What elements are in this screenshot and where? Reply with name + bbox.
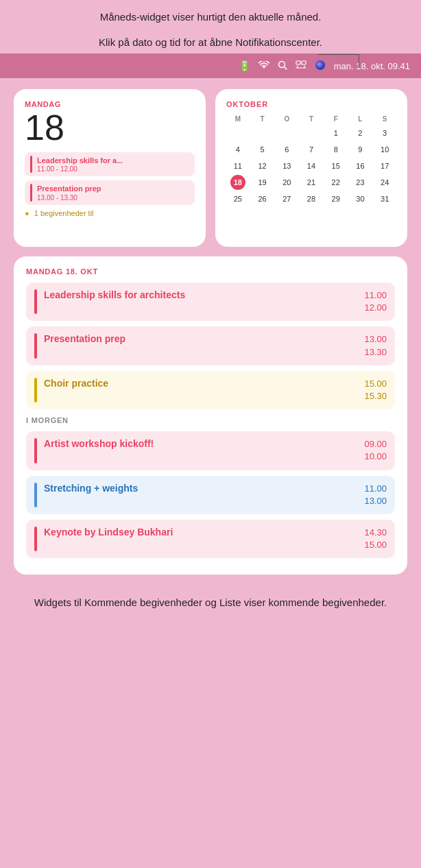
list-event-bar-blue — [34, 483, 37, 507]
cal-cell-4[interactable]: 4 — [230, 142, 245, 157]
svg-rect-3 — [302, 61, 306, 64]
cal-cell-28[interactable]: 28 — [304, 191, 319, 206]
middle-annotation: Klik på dato og tid for at åbne Notifika… — [0, 29, 421, 53]
list-event-choir-title: Choir practice — [44, 378, 357, 389]
mini-event-1[interactable]: Leadership skills for a... 11.00 - 12.00 — [25, 152, 195, 176]
cal-cell-1[interactable]: 1 — [328, 125, 344, 141]
cal-cell-2[interactable]: 2 — [352, 125, 368, 141]
cal-cell-31[interactable]: 31 — [377, 191, 392, 206]
list-event-artist[interactable]: Artist workshop kickoff! 09.00 10.00 — [26, 431, 395, 470]
tomorrow-section-label: I MORGEN — [26, 416, 395, 424]
list-event-choir[interactable]: Choir practice 15.00 15.30 — [26, 371, 395, 409]
date-widget-number: 18 — [25, 110, 195, 145]
cal-header-f: F — [324, 114, 348, 124]
list-event-choir-times: 15.00 15.30 — [364, 378, 387, 402]
event-bar-red-2 — [30, 184, 32, 201]
list-event-keynote[interactable]: Keynote by Lindsey Bukhari 14.30 15.00 — [26, 520, 395, 558]
bottom-annotation: Widgets til Kommende begivenheder og Lis… — [0, 586, 421, 622]
svg-line-1 — [284, 67, 287, 69]
mini-event-2-time: 13.00 - 13.30 — [37, 194, 189, 202]
mini-event-2-title: Presentation prep — [37, 184, 189, 193]
list-event-keynote-title: Keynote by Lindsey Bukhari — [44, 527, 357, 538]
main-content: MANDAG 18 Leadership skills for a... 11.… — [0, 78, 421, 586]
list-event-stretching-title: Stretching + weights — [44, 483, 357, 494]
mini-event-2[interactable]: Presentation prep 13.00 - 13.30 — [25, 180, 195, 204]
cal-cell-23[interactable]: 23 — [352, 175, 368, 190]
cal-cell-26[interactable]: 26 — [255, 191, 270, 206]
list-event-bar-red-2 — [34, 333, 37, 358]
date-widget: MANDAG 18 Leadership skills for a... 11.… — [14, 89, 206, 247]
cal-cell-17[interactable]: 17 — [377, 158, 392, 173]
list-event-leadership-title: Leadership skills for architects — [44, 289, 357, 300]
calendar-grid: M T O T F L S 1 2 3 4 5 6 7 8 — [226, 114, 396, 206]
cal-cell-27[interactable]: 27 — [279, 191, 294, 206]
list-event-bar-red-3 — [34, 438, 37, 463]
cal-cell-22[interactable]: 22 — [328, 175, 344, 190]
list-event-artist-times: 09.00 10.00 — [364, 438, 387, 463]
cal-cell-8[interactable]: 8 — [328, 142, 344, 157]
list-event-presentation-times: 13.00 13.30 — [364, 333, 387, 358]
cal-header-o: O — [275, 114, 298, 124]
cal-cell-12[interactable]: 12 — [255, 158, 270, 173]
list-event-keynote-times: 14.30 15.00 — [364, 527, 387, 551]
cal-cell-21[interactable]: 21 — [304, 175, 319, 190]
cal-cell-5[interactable]: 5 — [255, 142, 270, 157]
user-switch-icon[interactable] — [296, 60, 306, 72]
cal-cell-19[interactable]: 19 — [255, 175, 270, 190]
search-icon[interactable] — [278, 60, 287, 72]
cal-cell-14[interactable]: 14 — [304, 158, 319, 173]
cal-cell-9[interactable]: 9 — [352, 142, 368, 157]
cal-cell-10[interactable]: 10 — [377, 142, 392, 157]
cal-cell-7[interactable]: 7 — [304, 142, 319, 157]
cal-cell-empty-2 — [255, 125, 270, 141]
cal-cell-30[interactable]: 30 — [352, 191, 368, 206]
list-event-presentation-title: Presentation prep — [44, 333, 357, 344]
cal-cell-25[interactable]: 25 — [230, 191, 245, 206]
list-event-leadership[interactable]: Leadership skills for architects 11.00 1… — [26, 282, 395, 321]
list-event-stretching[interactable]: Stretching + weights 11.00 13.00 — [26, 476, 395, 514]
cal-cell-empty-1 — [230, 125, 245, 141]
cal-cell-11[interactable]: 11 — [230, 158, 245, 173]
list-event-presentation[interactable]: Presentation prep 13.00 13.30 — [26, 326, 395, 365]
today-section-label: MANDAG 18. OKT — [26, 267, 395, 276]
cal-cell-3[interactable]: 3 — [377, 125, 392, 141]
cal-header-t2: T — [300, 114, 323, 124]
cal-cell-24[interactable]: 24 — [377, 175, 392, 190]
cal-header-s: S — [373, 114, 396, 124]
list-event-leadership-times: 11.00 12.00 — [364, 289, 387, 314]
cal-cell-20[interactable]: 20 — [279, 175, 294, 190]
event-bar-red — [30, 156, 32, 173]
cal-cell-13[interactable]: 13 — [279, 158, 294, 173]
cal-header-l: L — [349, 114, 372, 124]
mini-event-1-time: 11.00 - 12.00 — [37, 165, 189, 173]
cal-cell-empty-3 — [279, 125, 294, 141]
cal-header-t1: T — [251, 114, 274, 124]
calendar-month: OKTOBER — [226, 100, 396, 108]
top-annotation: Måneds-widget viser hurtigt den aktuelle… — [0, 0, 421, 29]
more-events-label: ● 1 begivenheder til — [25, 209, 195, 217]
list-event-bar-red-1 — [34, 289, 37, 314]
cal-cell-6[interactable]: 6 — [279, 142, 294, 157]
mini-event-1-title: Leadership skills for a... — [37, 156, 189, 165]
list-event-bar-red-4 — [34, 527, 37, 551]
annotation-line — [318, 54, 359, 68]
calendar-widget: OKTOBER M T O T F L S 1 2 3 4 5 — [215, 89, 407, 247]
cal-cell-18-today[interactable]: 18 — [230, 175, 245, 190]
list-event-bar-yellow — [34, 378, 37, 402]
cal-header-m: M — [226, 114, 250, 124]
cal-cell-16[interactable]: 16 — [352, 158, 368, 173]
cal-cell-empty-4 — [304, 125, 319, 141]
cal-cell-29[interactable]: 29 — [328, 191, 344, 206]
widgets-row: MANDAG 18 Leadership skills for a... 11.… — [14, 89, 407, 247]
battery-icon: 🔋 — [239, 60, 250, 71]
cal-cell-15[interactable]: 15 — [328, 158, 344, 173]
svg-rect-2 — [296, 61, 300, 64]
wifi-icon — [258, 60, 269, 71]
list-event-stretching-times: 11.00 13.00 — [364, 483, 387, 507]
events-list-widget: MANDAG 18. OKT Leadership skills for arc… — [14, 256, 407, 575]
list-event-artist-title: Artist workshop kickoff! — [44, 438, 357, 449]
